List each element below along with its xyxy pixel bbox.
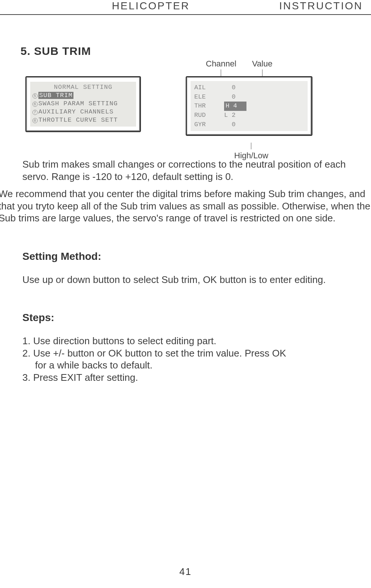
lcd1-item-2: 7AUXILIARY CHANNELS	[32, 108, 134, 116]
lcd2-val-3: L 2	[224, 111, 246, 120]
lcd1-item-num-2: 7	[32, 110, 38, 115]
lcd1-item-label-0: SUB TRIM	[38, 92, 73, 99]
lcd-menu-screenshot: NORMAL SETTING 5SUB TRIM 6SWASH PARAM SE…	[25, 76, 141, 132]
setting-method-heading: Setting Method:	[22, 251, 349, 262]
lcd2-row-3: RUDL 2	[194, 111, 304, 120]
lcd1-item-label-1: SWASH PARAM SETTING	[38, 100, 118, 107]
tick-icon	[262, 69, 262, 76]
lcd2-row-1: ELE 0	[194, 93, 304, 102]
callout-channel-label: Channel	[206, 59, 236, 68]
lcd1-item-label-2: AUXILIARY CHANNELS	[38, 108, 114, 115]
lcd2-row-4: GYR 0	[194, 120, 304, 130]
page-number: 41	[0, 566, 371, 578]
tick-icon	[251, 143, 251, 149]
section-title: 5. SUB TRIM	[21, 45, 371, 57]
lcd2-ch-1: ELE	[194, 93, 213, 102]
lcd1-item-0: 5SUB TRIM	[32, 91, 134, 100]
callout-value: Value	[252, 59, 273, 76]
lcd2-val-1: 0	[224, 93, 246, 102]
lcd2-val-4: 0	[224, 120, 246, 130]
steps-heading: Steps:	[22, 312, 349, 324]
header-left: HELICOPTER	[112, 0, 190, 12]
lcd1-item-num-1: 6	[32, 102, 38, 107]
steps-list: 1. Use direction buttons to select editi…	[22, 335, 349, 383]
step-2: 2. Use +/- button or OK button to set th…	[22, 347, 349, 360]
paragraph-1: Sub trim makes small changes or correcti…	[22, 158, 349, 183]
callout-channel: Channel	[206, 59, 236, 76]
lcd2-val-2: H 4	[224, 102, 246, 111]
lcd-values-inner: AIL 0 ELE 0 THRH 4 RUDL 2 GYR 0	[191, 81, 308, 131]
lcd1-item-3: 8THROTTLE CURVE SETT	[32, 116, 134, 124]
lcd2-ch-3: RUD	[194, 111, 213, 120]
callout-hilo: High/Low	[234, 143, 268, 161]
callout-hilo-label: High/Low	[234, 151, 268, 160]
lcd2-val-0: 0	[224, 83, 246, 93]
step-1: 1. Use direction buttons to select editi…	[22, 335, 349, 347]
lcd2-row-2: THRH 4	[194, 102, 304, 111]
lcd1-item-num-0: 5	[32, 93, 38, 99]
lcd1-header: NORMAL SETTING	[32, 83, 134, 91]
header-right: INSTRUCTION	[279, 0, 367, 12]
tick-icon	[221, 69, 221, 76]
lcd-values-wrap: Channel Value AIL 0 ELE 0 THRH 4 RUDL 2 …	[186, 76, 312, 136]
lcd-menu-inner: NORMAL SETTING 5SUB TRIM 6SWASH PARAM SE…	[30, 82, 136, 127]
lcd-values-screenshot: AIL 0 ELE 0 THRH 4 RUDL 2 GYR 0	[186, 76, 312, 136]
screens-row: NORMAL SETTING 5SUB TRIM 6SWASH PARAM SE…	[25, 76, 371, 136]
setting-method-text: Use up or down button to select Sub trim…	[22, 274, 349, 286]
step-3: 3. Press EXIT after setting.	[22, 371, 349, 384]
lcd1-item-1: 6SWASH PARAM SETTING	[32, 100, 134, 108]
lcd2-ch-2: THR	[194, 102, 213, 111]
lcd1-item-label-3: THROTTLE CURVE SETT	[38, 116, 118, 124]
paragraph-2: We recommend that you center the digital…	[0, 188, 371, 224]
lcd1-item-num-3: 8	[32, 118, 38, 123]
lcd2-row-0: AIL 0	[194, 83, 304, 93]
lcd2-ch-0: AIL	[194, 83, 213, 93]
page-header: HELICOPTER INSTRUCTION	[0, 0, 371, 15]
step-2-cont: for a while backs to default.	[22, 359, 349, 371]
lcd2-ch-4: GYR	[194, 120, 213, 130]
callout-value-label: Value	[252, 59, 273, 68]
